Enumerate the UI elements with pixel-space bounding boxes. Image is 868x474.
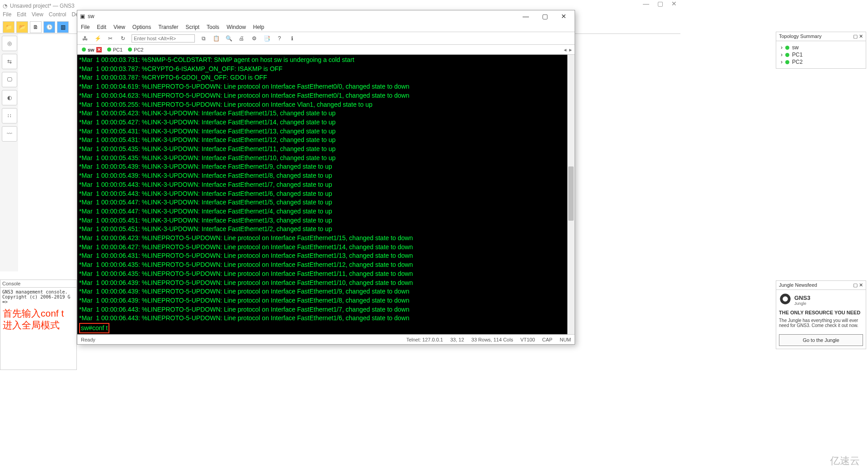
status-dot-icon [785, 53, 789, 57]
disconnect-icon[interactable]: ✂ [106, 34, 114, 43]
tab-close-icon[interactable]: ✕ [96, 47, 102, 52]
terminal-body[interactable]: *Mar 1 00:00:03.731: %SNMP-5-COLDSTART: … [77, 55, 575, 334]
close-button[interactable]: ✕ [671, 0, 677, 7]
topology-item-sw[interactable]: › sw [779, 44, 863, 51]
menu-edit[interactable]: Edit [17, 11, 26, 20]
tab-next-icon[interactable]: ▸ [569, 47, 572, 53]
tab-pc2[interactable]: PC2 [126, 47, 145, 53]
status-dot-icon [785, 60, 789, 64]
menu-options[interactable]: Options [132, 24, 151, 30]
terminal-scrollbar[interactable] [567, 55, 575, 334]
session-icon[interactable]: 📑 [263, 34, 271, 43]
brand-text: GNS3 [794, 294, 810, 301]
connect-icon[interactable]: 🖧 [81, 34, 89, 43]
gns3-logo-icon [779, 293, 792, 305]
panel-controls[interactable]: ▢ ✕ [853, 282, 863, 288]
menu-view[interactable]: View [32, 11, 43, 20]
open-file-icon[interactable]: 📂 [16, 21, 28, 33]
menu-file[interactable]: File [3, 11, 11, 20]
settings-icon[interactable]: ⚙ [250, 34, 258, 43]
tab-label: PC2 [134, 47, 143, 52]
tab-prev-icon[interactable]: ◂ [564, 47, 566, 53]
terminal-icon: ▣ [80, 13, 85, 19]
maximize-button[interactable]: ▢ [657, 0, 663, 7]
pc-icon[interactable]: 🖵 [2, 72, 17, 87]
server-icon[interactable]: ▥ [57, 21, 69, 33]
menu-help[interactable]: Help [253, 24, 264, 30]
status-telnet: Telnet: 127.0.0.1 [406, 337, 443, 342]
terminal-title: sw [88, 13, 94, 19]
menu-script[interactable]: Script [185, 24, 199, 30]
topology-item-pc2[interactable]: › PC2 [779, 58, 863, 66]
console-header: Console [0, 280, 76, 288]
status-pos: 33, 12 [450, 337, 464, 342]
terminal-statusbar: Ready Telnet: 127.0.0.1 33, 12 33 Rows, … [77, 334, 575, 344]
panel-controls[interactable]: ▢ ✕ [853, 33, 863, 39]
host-input[interactable] [132, 34, 195, 43]
menu-file[interactable]: File [81, 24, 90, 30]
security-icon[interactable]: ◐ [2, 90, 17, 105]
watermark-text: 亿速云 [830, 454, 860, 468]
status-ready: Ready [81, 337, 95, 342]
tab-pc1[interactable]: PC1 [105, 47, 124, 53]
terminal-toolbar: 🖧 ⚡ ✂ ↻ ⧉ 📋 🔍 🖨 ⚙ 📑 ? ℹ [77, 32, 575, 45]
topo-label: sw [792, 44, 799, 51]
go-jungle-button[interactable]: Go to the Jungle [779, 334, 863, 346]
status-num: NUM [560, 337, 571, 342]
terminal-after: Enter configuration commands, one per li… [79, 334, 257, 334]
menu-view[interactable]: View [113, 24, 125, 30]
help-icon[interactable]: ? [275, 34, 283, 43]
open-folder-icon[interactable]: 📁 [3, 21, 14, 33]
minimize-button[interactable]: — [518, 13, 534, 20]
terminal-tabbar: sw✕ PC1 PC2 ◂▸ [77, 45, 575, 55]
copy-icon[interactable]: ⧉ [199, 34, 208, 43]
all-devices-icon[interactable]: ∷ [2, 108, 17, 123]
document-icon[interactable]: 🗎 [30, 21, 42, 33]
paste-icon[interactable]: 📋 [212, 34, 220, 43]
scrollbar-thumb[interactable] [568, 166, 574, 221]
terminal-titlebar[interactable]: ▣ sw — ▢ ✕ [77, 10, 575, 22]
brand-sub: Jungle [794, 301, 810, 306]
status-dot-icon [128, 47, 132, 52]
info-icon[interactable]: ℹ [288, 34, 296, 43]
reconnect-icon[interactable]: ↻ [119, 34, 127, 43]
minimize-button[interactable]: — [643, 0, 649, 7]
window-title: Unsaved project* — GNS3 [10, 3, 75, 9]
print-icon[interactable]: 🖨 [237, 34, 245, 43]
menu-tools[interactable]: Tools [207, 24, 219, 30]
close-button[interactable]: ✕ [556, 13, 572, 20]
find-icon[interactable]: 🔍 [225, 34, 233, 43]
status-dot-icon [785, 46, 789, 50]
status-dot-icon [107, 47, 111, 52]
terminal-window: ▣ sw — ▢ ✕ File Edit View Options Transf… [77, 10, 575, 345]
right-panels: Topology Summary▢ ✕ › sw › PC1 › PC2 Jun… [776, 32, 866, 71]
tab-label: PC1 [113, 47, 123, 52]
topology-title: Topology Summary [779, 33, 821, 39]
menu-edit[interactable]: Edit [97, 24, 106, 30]
router-icon[interactable]: ◎ [2, 36, 17, 51]
newsfeed-title: Jungle Newsfeed [779, 282, 817, 288]
maximize-button[interactable]: ▢ [537, 13, 553, 20]
app-icon: ◔ [3, 3, 7, 9]
newsfeed-panel: Jungle Newsfeed▢ ✕ GNS3 Jungle THE ONLY … [776, 280, 866, 349]
link-icon[interactable]: 〰 [2, 126, 17, 142]
menu-window[interactable]: Window [226, 24, 246, 30]
topo-label: PC2 [792, 59, 802, 65]
console-body[interactable]: GNS3 management console. Copyright (c) 2… [0, 288, 76, 306]
switch-icon[interactable]: ⇆ [2, 54, 17, 69]
quick-connect-icon[interactable]: ⚡ [94, 34, 102, 43]
window-controls: — ▢ ✕ [643, 0, 677, 7]
tab-sw[interactable]: sw✕ [80, 47, 104, 53]
status-mode: VT100 [520, 337, 535, 342]
svg-point-1 [783, 296, 788, 302]
terminal-menubar: File Edit View Options Transfer Script T… [77, 22, 575, 32]
topology-item-pc1[interactable]: › PC1 [779, 51, 863, 58]
workspace[interactable] [18, 34, 77, 278]
status-size: 33 Rows, 114 Cols [472, 337, 513, 342]
menu-transfer[interactable]: Transfer [158, 24, 178, 30]
terminal-output: *Mar 1 00:00:03.731: %SNMP-5-COLDSTART: … [79, 56, 413, 322]
newsfeed-desc: The Jungle has everything you will ever … [779, 318, 863, 328]
snapshot-icon[interactable]: 🕒 [43, 21, 55, 33]
status-cap: CAP [542, 337, 552, 342]
menu-control[interactable]: Control [49, 11, 66, 20]
